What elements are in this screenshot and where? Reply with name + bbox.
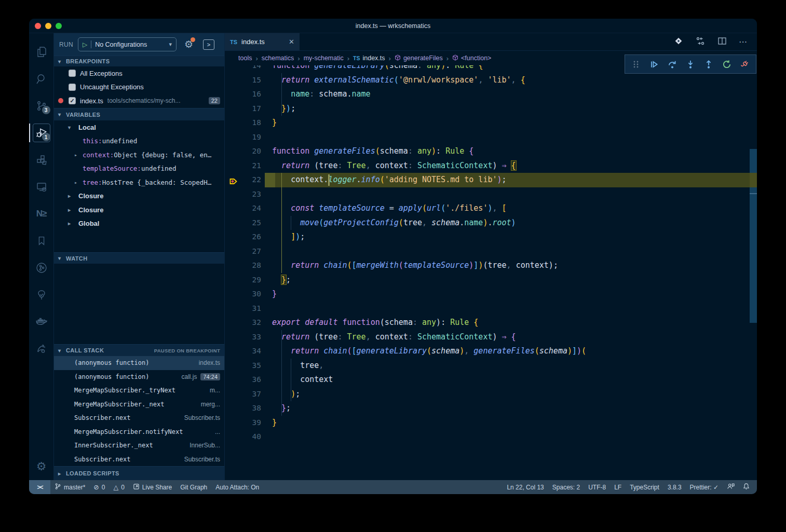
code-line[interactable]: 19 xyxy=(225,130,757,145)
debug-console-button[interactable]: > xyxy=(203,39,214,50)
zoom-window-button[interactable] xyxy=(56,23,62,29)
code-line[interactable]: 15 return externalSchematic('@nrwl/works… xyxy=(225,73,757,88)
swoosh-icon[interactable] xyxy=(29,335,54,362)
code-line[interactable]: 37 ); xyxy=(225,387,757,402)
call-stack-frame[interactable]: (anonymous function)index.ts xyxy=(54,356,224,370)
search-icon[interactable] xyxy=(29,65,54,92)
code-line[interactable]: 38 }; xyxy=(225,401,757,416)
code-line[interactable]: 34 return chain([generateLibrary(schema)… xyxy=(225,344,757,359)
breakpoint-checkbox[interactable] xyxy=(69,70,76,77)
notifications-bell-icon[interactable] xyxy=(739,483,754,492)
more-actions-icon[interactable]: ⋯ xyxy=(739,37,748,47)
code-line[interactable]: 16 name: schema.name xyxy=(225,87,757,102)
variable-row[interactable]: templateSource: undefined xyxy=(54,162,224,176)
breakpoint-checkbox[interactable] xyxy=(69,84,76,91)
window-controls[interactable] xyxy=(35,23,62,29)
status-item[interactable]: TypeScript xyxy=(626,484,663,491)
call-stack-frame[interactable]: Subscriber.nextSubscriber.ts xyxy=(54,411,224,425)
breakpoint-row[interactable]: Uncaught Exceptions xyxy=(54,80,224,94)
status-item[interactable]: UTF-8 xyxy=(584,484,610,491)
code-line[interactable]: 27 xyxy=(225,244,757,259)
split-editor-icon[interactable] xyxy=(717,36,727,48)
step-into-button[interactable] xyxy=(683,57,698,72)
variables-scope-row[interactable]: ▸Closure xyxy=(54,189,224,203)
continue-button[interactable] xyxy=(647,57,661,72)
call-stack-frame[interactable]: MergeMapSubscriber._nextmerg... xyxy=(54,398,224,412)
code-line[interactable]: 17 }); xyxy=(225,102,757,116)
call-stack-frame[interactable]: Subscriber.nextSubscriber.ts xyxy=(54,453,224,467)
call-stack-frame[interactable]: (anonymous function)call.js74:24 xyxy=(54,370,224,384)
variables-scope-row[interactable]: ▸Closure xyxy=(54,203,224,217)
close-tab-icon[interactable]: ✕ xyxy=(289,38,294,46)
extensions-icon[interactable] xyxy=(29,146,54,173)
docker-icon[interactable] xyxy=(29,308,54,335)
source-control-icon[interactable]: 3 xyxy=(29,92,54,119)
scrollbar[interactable] xyxy=(750,65,757,480)
breadcrumb-item[interactable]: my-schematic xyxy=(304,54,344,62)
code-line[interactable]: 22 context.logger.info('adding NOTES.md … xyxy=(225,173,757,187)
remote-indicator[interactable]: >< xyxy=(29,480,50,494)
call-stack-header[interactable]: ▾CALL STACK PAUSED ON BREAKPOINT xyxy=(54,344,224,356)
breadcrumb-item[interactable]: tools xyxy=(238,54,252,62)
step-over-button[interactable] xyxy=(665,57,680,72)
code-line[interactable]: 25 move(getProjectConfig(tree, schema.na… xyxy=(225,216,757,230)
twisty-icon[interactable]: ▸ xyxy=(74,180,83,185)
code-line[interactable]: 23 xyxy=(225,187,757,202)
bookmarks-icon[interactable] xyxy=(29,227,54,254)
code-line[interactable]: 39} xyxy=(225,416,757,430)
code-editor[interactable]: 14function generateLibrary(schema: any):… xyxy=(225,65,757,480)
feedback-icon[interactable] xyxy=(723,483,739,492)
breakpoint-row[interactable]: ✓index.tstools/schematics/my-sch...22 xyxy=(54,94,224,108)
minimize-window-button[interactable] xyxy=(45,23,51,29)
status-item[interactable]: Prettier: ✓ xyxy=(686,484,723,491)
errors-item[interactable]: ⊘0 xyxy=(89,483,109,491)
variables-header[interactable]: ▾VARIABLES xyxy=(54,108,224,120)
code-line[interactable]: 18} xyxy=(225,116,757,130)
code-line[interactable]: 24 const templateSource = apply(url('./f… xyxy=(225,201,757,216)
restart-button[interactable] xyxy=(720,57,734,72)
status-item[interactable]: Auto Attach: On xyxy=(211,484,263,491)
variable-row[interactable]: ▸tree: HostTree {_backend: ScopedH… xyxy=(54,175,224,189)
remote-explorer-icon[interactable] xyxy=(29,173,54,200)
breakpoint-row[interactable]: All Exceptions xyxy=(54,66,224,80)
run-and-debug-icon[interactable]: 1 xyxy=(29,119,54,146)
step-out-button[interactable] xyxy=(701,57,716,72)
variable-row[interactable]: ▸context: Object {debug: false, en… xyxy=(54,148,224,162)
git-graph-icon[interactable] xyxy=(29,254,54,281)
code-line[interactable]: 30} xyxy=(225,287,757,302)
status-item[interactable]: Git Graph xyxy=(176,484,211,491)
warnings-item[interactable]: △0 xyxy=(110,483,129,491)
variables-scope-row[interactable]: ▾Local xyxy=(54,120,224,134)
code-line[interactable]: 31 xyxy=(225,302,757,316)
status-item[interactable]: Spaces: 2 xyxy=(548,484,584,491)
code-line[interactable]: 21 return (tree: Tree, context: Schemati… xyxy=(225,159,757,173)
status-item[interactable]: LF xyxy=(610,484,626,491)
live-share-item[interactable]: Live Share xyxy=(129,483,176,492)
status-item[interactable]: 3.8.3 xyxy=(663,484,686,491)
code-line[interactable]: 28 return chain([mergeWith(templateSourc… xyxy=(225,258,757,273)
loaded-scripts-header[interactable]: ▸LOADED SCRIPTS xyxy=(54,466,224,480)
watch-header[interactable]: ▾WATCH xyxy=(54,252,224,264)
breakpoints-header[interactable]: ▾BREAKPOINTS xyxy=(54,56,224,66)
close-window-button[interactable] xyxy=(35,23,41,29)
tab-index-ts[interactable]: TS index.ts ✕ xyxy=(225,33,300,50)
compare-changes-icon[interactable] xyxy=(695,36,706,48)
code-line[interactable]: 35 tree, xyxy=(225,359,757,373)
disconnect-button[interactable] xyxy=(737,57,752,72)
test-tree-icon[interactable] xyxy=(29,281,54,308)
code-line[interactable]: 36 context xyxy=(225,373,757,387)
code-line[interactable]: 33 return (tree: Tree, context: Schemati… xyxy=(225,330,757,345)
breadcrumb-item[interactable]: schematics xyxy=(262,54,294,62)
call-stack-frame[interactable]: InnerSubscriber._nextInnerSub... xyxy=(54,439,224,453)
launch-config-dropdown[interactable]: ▷ No Configurations ▾ xyxy=(78,37,177,51)
code-line[interactable]: 20function generateFiles(schema: any): R… xyxy=(225,144,757,159)
variables-scope-row[interactable]: ▸Global xyxy=(54,217,224,231)
code-line[interactable]: 29 }; xyxy=(225,273,757,288)
configure-gear-button[interactable]: ⚙ xyxy=(184,38,193,50)
start-debug-icon[interactable]: ▷ xyxy=(83,41,87,48)
code-line[interactable]: 26 ]); xyxy=(225,230,757,244)
breadcrumb-item[interactable]: TSindex.ts xyxy=(353,54,385,62)
explorer-icon[interactable] xyxy=(29,38,54,65)
open-changes-icon[interactable] xyxy=(673,36,684,48)
variable-row[interactable]: this: undefined xyxy=(54,134,224,148)
